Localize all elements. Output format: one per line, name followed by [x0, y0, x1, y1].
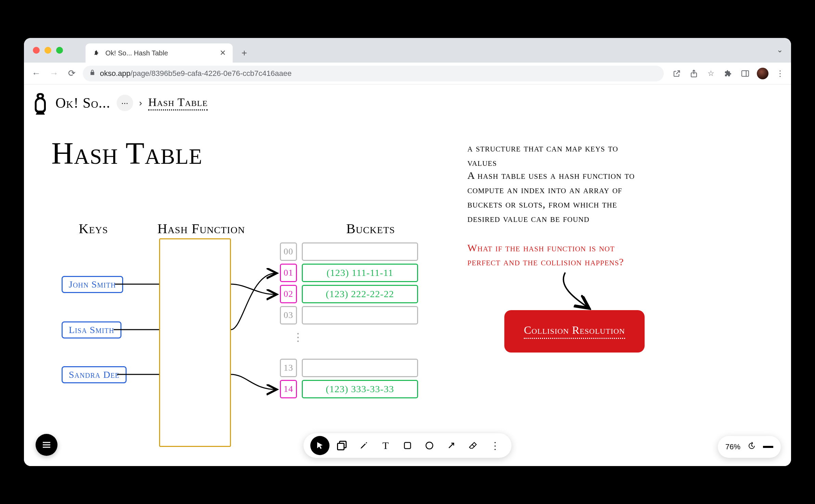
tab-bar: Ok! So... Hash Table ✕ + ⌄ — [24, 38, 791, 63]
more-tools-button[interactable]: ⋮ — [486, 436, 505, 455]
tab-favicon — [92, 49, 101, 57]
maximize-window-button[interactable] — [56, 47, 63, 54]
close-tab-button[interactable]: ✕ — [220, 49, 226, 57]
main-menu-button[interactable] — [36, 434, 57, 456]
forward-button[interactable]: → — [47, 67, 61, 80]
toolbar-actions: ☆ ⋮ — [671, 68, 786, 79]
description-text: a structure that can map keys to values — [467, 141, 645, 170]
bookmark-star-icon[interactable]: ☆ — [706, 68, 716, 79]
history-icon[interactable] — [747, 441, 756, 453]
url-path: /page/8396b5e9-cafa-4226-0e76-ccb7c416aa… — [130, 69, 292, 78]
svg-point-4 — [426, 442, 433, 449]
profile-avatar[interactable] — [757, 68, 768, 79]
browser-window: Ok! So... Hash Table ✕ + ⌄ ← → ⟳ okso.ap… — [24, 38, 791, 466]
reload-button[interactable]: ⟳ — [65, 67, 79, 80]
pages-tool[interactable] — [332, 436, 351, 455]
svg-line-5 — [472, 444, 475, 447]
description-text: A hash table uses a hash function to com… — [467, 168, 645, 226]
tab-title: Ok! So... Hash Table — [105, 49, 215, 57]
collision-resolution-label: Collision Resolution — [524, 324, 625, 339]
text-tool[interactable]: T — [376, 436, 395, 455]
eraser-tool[interactable] — [464, 436, 483, 455]
address-bar[interactable]: okso.app/page/8396b5e9-cafa-4226-0e76-cc… — [83, 66, 664, 81]
minimize-window-button[interactable] — [44, 47, 51, 54]
ellipse-tool[interactable] — [420, 436, 439, 455]
close-window-button[interactable] — [33, 47, 40, 54]
browser-menu-button[interactable]: ⋮ — [775, 69, 786, 78]
zoom-out-button[interactable] — [763, 446, 773, 448]
select-tool[interactable] — [310, 436, 329, 455]
open-external-icon[interactable] — [671, 68, 682, 79]
diagram-arrows — [24, 84, 791, 466]
svg-rect-1 — [742, 70, 749, 76]
url-domain: okso.app — [100, 69, 130, 78]
window-controls — [33, 47, 63, 54]
app-canvas[interactable]: Ok! So... ··· › Hash Table Hash Table Ke… — [24, 84, 791, 466]
back-button[interactable]: ← — [29, 67, 43, 80]
question-text: What if the hash function is not perfect… — [467, 241, 638, 269]
browser-tab[interactable]: Ok! So... Hash Table ✕ — [86, 43, 233, 63]
collision-resolution-button[interactable]: Collision Resolution — [504, 310, 645, 353]
zoom-level[interactable]: 76% — [725, 442, 740, 451]
drawing-toolbar: T ⋮ — [303, 433, 512, 458]
svg-rect-3 — [404, 442, 411, 449]
browser-toolbar: ← → ⟳ okso.app/page/8396b5e9-cafa-4226-0… — [24, 63, 791, 84]
lock-icon — [90, 69, 95, 77]
tabs-dropdown-button[interactable]: ⌄ — [777, 45, 783, 54]
side-panel-icon[interactable] — [740, 68, 751, 79]
zoom-controls: 76% — [718, 436, 781, 458]
share-icon[interactable] — [688, 68, 699, 79]
new-tab-button[interactable]: + — [237, 46, 251, 60]
extensions-icon[interactable] — [723, 68, 734, 79]
rectangle-tool[interactable] — [398, 436, 417, 455]
arrow-tool[interactable] — [442, 436, 461, 455]
pen-tool[interactable] — [354, 436, 373, 455]
